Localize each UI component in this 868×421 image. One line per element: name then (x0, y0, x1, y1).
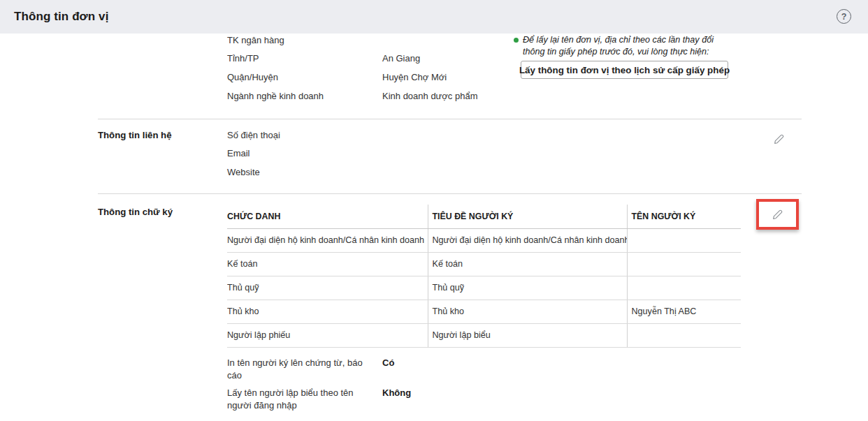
option-row-print-signer-name: In tên người ký lên chứng từ, báo cáo Có (227, 357, 563, 381)
option-label: In tên người ký lên chứng từ, báo cáo (227, 357, 370, 381)
get-unit-info-history-button[interactable]: Lấy thông tin đơn vị theo lịch sử cấp gi… (521, 61, 728, 79)
field-row-district: Quận/Huyện Huyện Chợ Mới (227, 68, 477, 87)
license-history-note: Để lấy lại tên đơn vị, địa chỉ theo các … (514, 34, 732, 79)
field-value: Huyện Chợ Mới (382, 72, 447, 82)
signature-table: CHỨC DANH TIÊU ĐỀ NGƯỜI KÝ TÊN NGƯỜI KÝ … (227, 205, 741, 348)
table-row: Người đại diện hộ kinh doanh/Cá nhân kin… (227, 228, 741, 252)
note-text: Để lấy lại tên đơn vị, địa chỉ theo các … (514, 34, 730, 57)
cell-signer-name (627, 276, 741, 300)
cell-signer-name (627, 228, 741, 252)
field-row-bank-account: TK ngân hàng (227, 31, 477, 50)
column-header-role: CHỨC DANH (227, 205, 428, 228)
field-label: Số điện thoại (227, 130, 382, 140)
cell-role: Người lập phiếu (227, 323, 428, 347)
cell-sign-title: Thủ kho (428, 300, 627, 323)
table-row: Thủ quỹ Thủ quỹ (227, 276, 741, 300)
license-fields: TK ngân hàng Tỉnh/TP An Giang Quận/Huyện… (227, 31, 477, 105)
field-row-phone: Số điện thoại (227, 126, 382, 145)
field-row-website: Website (227, 163, 382, 182)
cell-signer-name (627, 252, 741, 276)
help-glyph: ? (841, 12, 847, 22)
cell-signer-name: Nguyễn Thị ABC (627, 300, 741, 323)
field-row-province: Tỉnh/TP An Giang (227, 50, 477, 68)
cell-role: Kế toán (227, 252, 428, 276)
red-highlight-annotation (756, 199, 799, 230)
field-value: Kinh doanh dược phẩm (382, 91, 477, 101)
option-value: Không (382, 387, 411, 411)
table-row: Thủ kho Thủ kho Nguyễn Thị ABC (227, 300, 741, 323)
cell-role: Thủ quỹ (227, 276, 428, 300)
cell-sign-title: Thủ quỹ (428, 276, 627, 300)
signature-section-title: Thông tin chữ ký (98, 207, 173, 217)
pencil-icon (773, 137, 785, 147)
cell-signer-name (627, 323, 741, 347)
section-divider (98, 193, 802, 194)
cell-sign-title: Người lập biểu (428, 323, 627, 347)
field-label: Email (227, 148, 382, 158)
contact-section-title: Thông tin liên hệ (98, 130, 172, 140)
column-header-signer-name: TÊN NGƯỜI KÝ (627, 205, 741, 228)
field-label: Tỉnh/TP (227, 53, 382, 64)
field-label: Ngành nghề kinh doanh (227, 91, 382, 101)
signature-options: In tên người ký lên chứng từ, báo cáo Có… (227, 357, 563, 417)
field-label: Website (227, 167, 382, 177)
cell-sign-title: Người đại diện hộ kinh doanh/Cá nhân kin… (428, 228, 627, 252)
table-row: Kế toán Kế toán (227, 252, 741, 276)
page-title: Thông tin đơn vị (14, 10, 109, 24)
column-header-sign-title: TIÊU ĐỀ NGƯỜI KÝ (428, 205, 627, 228)
help-icon[interactable]: ? (837, 9, 851, 24)
section-divider (98, 119, 802, 119)
table-row: Người lập phiếu Người lập biểu (227, 323, 741, 347)
table-header-row: CHỨC DANH TIÊU ĐỀ NGƯỜI KÝ TÊN NGƯỜI KÝ (227, 205, 741, 228)
note-text-content: Để lấy lại tên đơn vị, địa chỉ theo các … (523, 35, 714, 57)
edit-contact-button[interactable] (773, 133, 785, 145)
contact-fields: Số điện thoại Email Website (227, 126, 382, 182)
cell-sign-title: Kế toán (428, 252, 627, 276)
field-label: Quận/Huyện (227, 72, 382, 82)
option-label: Lấy tên người lập biểu theo tên người đă… (227, 387, 370, 411)
page-header: Thông tin đơn vị ? (0, 0, 868, 34)
green-dot-icon (514, 38, 519, 43)
field-row-business-line: Ngành nghề kinh doanh Kinh doanh dược ph… (227, 87, 477, 105)
option-row-preparer-from-login: Lấy tên người lập biểu theo tên người đă… (227, 387, 563, 411)
pencil-icon (772, 212, 783, 223)
option-value: Có (382, 357, 394, 381)
field-row-email: Email (227, 145, 382, 163)
edit-signature-button[interactable] (772, 209, 783, 221)
cell-role: Thủ kho (227, 300, 428, 323)
field-value: An Giang (382, 53, 420, 64)
field-label: TK ngân hàng (227, 35, 382, 45)
cell-role: Người đại diện hộ kinh doanh/Cá nhân kin… (227, 228, 428, 252)
unit-info-page: Thông tin đơn vị ? TK ngân hàng Tỉnh/TP … (0, 0, 868, 421)
